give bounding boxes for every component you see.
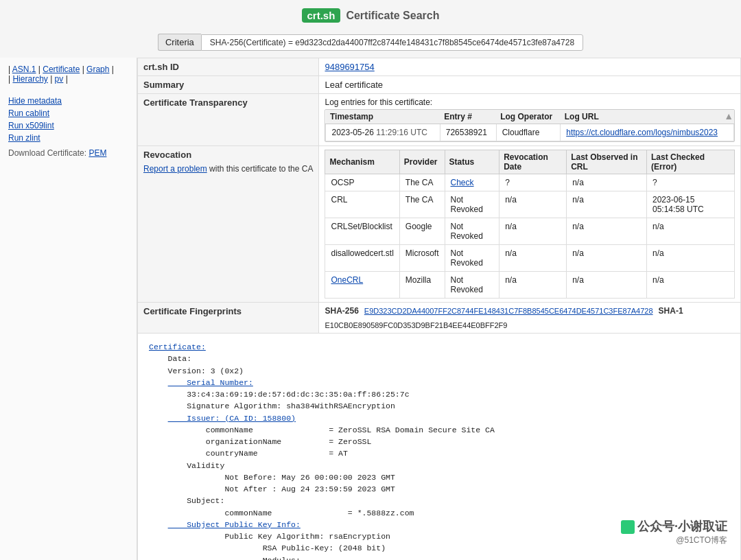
rev-cell-status: Not Revoked: [445, 218, 499, 245]
sidebar-download-pem[interactable]: PEM: [89, 148, 106, 158]
rev-status: Not Revoked: [451, 195, 483, 214]
rev-col-status: Status: [445, 150, 499, 174]
ct-header-row: Timestamp Entry # Log Operator Log URL: [326, 110, 734, 124]
sidebar-action-x509lint[interactable]: Run x509lint: [8, 121, 130, 130]
serial-link[interactable]: Serial Number:: [168, 378, 253, 387]
sha256-label: SHA-256: [325, 306, 358, 316]
rev-col-mechanism: Mechanism: [325, 150, 399, 174]
logo-container: crt.sh Certificate Search: [302, 8, 440, 23]
sidebar-link-asn1[interactable]: ASN.1: [12, 65, 36, 74]
right-panel: crt.sh ID 9489691754 Summary Leaf certif…: [137, 58, 741, 560]
rev-cell-lastchecked: ?: [647, 174, 735, 191]
ct-scroll-indicator: ▲: [724, 110, 733, 121]
rev-mechanism: CRLSet/Blocklist: [331, 222, 392, 231]
rev-mechanism: OCSP: [331, 178, 354, 187]
ct-col-entry: Entry #: [440, 110, 496, 124]
rev-cell-lastchecked: n/a: [647, 218, 735, 245]
cert-text: Certificate: Data: Version: 3 (0x2) Seri…: [143, 337, 735, 560]
rev-col-provider: Provider: [399, 150, 445, 174]
ct-table: Timestamp Entry # Log Operator Log URL 2…: [325, 110, 734, 141]
rev-cell-lastchecked: n/a: [647, 245, 735, 272]
revocation-report-link[interactable]: Report a problem: [143, 164, 207, 174]
ct-row: Certificate Transparency Log entries for…: [138, 94, 741, 146]
sidebar-download: Download Certificate: PEM: [8, 148, 130, 158]
fingerprints-label: Certificate Fingerprints: [138, 303, 319, 334]
rev-col-revdate: Revocation Date: [499, 150, 567, 174]
cert-header-link[interactable]: Certificate:: [149, 342, 206, 351]
rev-cell-status: Not Revoked: [445, 191, 499, 218]
rev-data-row: disallowedcert.stl Microsoft Not Revoked…: [325, 245, 735, 272]
rev-status: Not Revoked: [451, 275, 483, 294]
rev-data-row: CRLSet/Blocklist Google Not Revoked n/a …: [325, 218, 735, 245]
rev-cell-mechanism: OCSP: [325, 174, 399, 191]
rev-cell-provider: Mozilla: [399, 272, 445, 299]
page-title: Certificate Search: [346, 10, 439, 22]
sidebar: | ASN.1 | Certificate | Graph | | Hierar…: [0, 58, 137, 560]
rev-mechanism: disallowedcert.stl: [331, 248, 393, 258]
sidebar-action-zlint[interactable]: Run zlint: [8, 133, 130, 143]
ct-col-url: Log URL: [561, 110, 734, 124]
issuer-link[interactable]: Issuer: (CA ID: 158800): [168, 414, 296, 423]
rev-cell-revdate: n/a: [499, 245, 567, 272]
ct-col-operator: Log Operator: [496, 110, 561, 124]
main-content: | ASN.1 | Certificate | Graph | | Hierar…: [0, 58, 741, 560]
spki-link[interactable]: Subject Public Key Info:: [168, 520, 301, 529]
rev-cell-lastobs: n/a: [567, 218, 647, 245]
certificate-value: Certificate: Data: Version: 3 (0x2) Seri…: [138, 334, 741, 561]
rev-status: Not Revoked: [451, 248, 483, 268]
rev-cell-revdate: n/a: [499, 191, 567, 218]
fingerprints-row: Certificate Fingerprints SHA-256 E9D323C…: [138, 303, 741, 334]
rev-table: Mechanism Provider Status Revocation Dat…: [325, 150, 735, 299]
sha256-value[interactable]: E9D323CD2DA44007FF2C8744FE148431C7F8B854…: [364, 307, 653, 315]
criteria-value: SHA-256(Certificate) = e9d323cd2da44007f…: [201, 34, 583, 51]
crtid-link[interactable]: 9489691754: [325, 62, 374, 72]
rev-cell-lastobs: n/a: [567, 191, 647, 218]
sha1-value: E10CB0E890589FC0D353D9BF21B4EE44E0BFF2F9: [325, 321, 507, 329]
sidebar-link-hierarchy[interactable]: Hierarchy: [12, 74, 47, 84]
rev-cell-lastchecked: n/a: [647, 272, 735, 299]
rev-mechanism: CRL: [331, 195, 347, 205]
rev-data-row: OneCRL Mozilla Not Revoked n/a n/a n/a: [325, 272, 735, 299]
rev-cell-provider: The CA: [399, 191, 445, 218]
sha1-label: SHA-1: [659, 306, 683, 316]
rev-cell-provider: The CA: [399, 174, 445, 191]
rev-status: Not Revoked: [451, 222, 483, 241]
rev-cell-mechanism: disallowedcert.stl: [325, 245, 399, 272]
rev-cell-lastobs: n/a: [567, 272, 647, 299]
ct-container: Timestamp Entry # Log Operator Log URL 2…: [325, 109, 735, 142]
ct-scroll[interactable]: Timestamp Entry # Log Operator Log URL 2…: [325, 109, 735, 142]
certificate-row: Certificate: Data: Version: 3 (0x2) Seri…: [138, 334, 741, 561]
ct-cell-operator: Cloudflare: [496, 124, 561, 141]
rev-mechanism-link[interactable]: OneCRL: [331, 275, 363, 285]
sidebar-link-certificate[interactable]: Certificate: [43, 65, 80, 74]
rev-cell-revdate: ?: [499, 174, 567, 191]
info-table: crt.sh ID 9489691754 Summary Leaf certif…: [137, 58, 741, 560]
rev-cell-status: Not Revoked: [445, 245, 499, 272]
sidebar-action-cablint[interactable]: Run cablint: [8, 108, 130, 118]
rev-cell-provider: Microsoft: [399, 245, 445, 272]
rev-cell-mechanism: CRL: [325, 191, 399, 218]
criteria-bar: Criteria SHA-256(Certificate) = e9d323cd…: [0, 28, 741, 58]
rev-cell-provider: Google: [399, 218, 445, 245]
rev-cell-revdate: n/a: [499, 272, 567, 299]
fingerprints-value: SHA-256 E9D323CD2DA44007FF2C8744FE148431…: [319, 303, 741, 334]
ct-label: Certificate Transparency: [138, 94, 319, 146]
sidebar-action-hide[interactable]: Hide metadata: [8, 96, 130, 106]
rev-data-row: CRL The CA Not Revoked n/a n/a 2023-06-1…: [325, 191, 735, 218]
sidebar-link-graph[interactable]: Graph: [86, 65, 109, 74]
crtid-row: crt.sh ID 9489691754: [138, 58, 741, 76]
rev-cell-lastobs: n/a: [567, 245, 647, 272]
ct-cell-url: https://ct.cloudflare.com/logs/nimbus202…: [561, 124, 734, 141]
crt-badge: crt.sh: [302, 8, 341, 23]
rev-cell-mechanism: CRLSet/Blocklist: [325, 218, 399, 245]
rev-cell-status: Check: [445, 174, 499, 191]
ct-value: Log entries for this certificate: Timest…: [319, 94, 741, 146]
ct-cell-timestamp: 2023-05-26 11:29:16 UTC: [326, 124, 440, 141]
rev-col-lastchecked: Last Checked (Error): [647, 150, 735, 174]
rev-cell-lastobs: n/a: [567, 174, 647, 191]
page-header: crt.sh Certificate Search: [0, 0, 741, 28]
sidebar-link-pv[interactable]: pv: [55, 74, 64, 84]
crtid-value: 9489691754: [319, 58, 741, 76]
rev-status-link[interactable]: Check: [451, 178, 474, 187]
rev-cell-lastchecked: 2023-06-15 05:14:58 UTC: [647, 191, 735, 218]
